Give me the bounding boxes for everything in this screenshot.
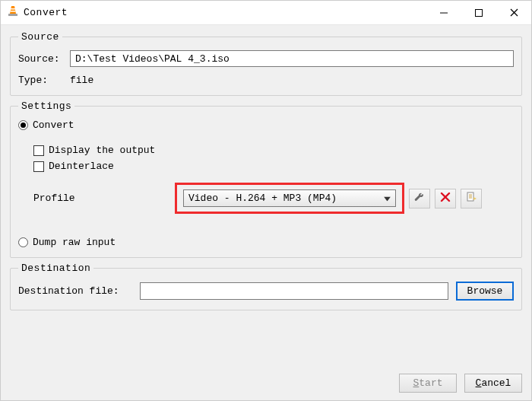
source-legend: Source (18, 31, 62, 43)
convert-radio-label: Convert (33, 119, 74, 131)
source-input[interactable] (70, 50, 514, 67)
minimize-button[interactable] (426, 2, 461, 24)
new-profile-button[interactable] (461, 189, 482, 208)
deinterlace-checkbox[interactable]: Deinterlace (33, 161, 514, 172)
titlebar: Convert (1, 1, 531, 25)
profile-value: Video - H.264 + MP3 (MP4) (188, 193, 337, 204)
start-button[interactable]: Start (399, 374, 457, 393)
settings-group: Settings Convert Display the output Dein… (10, 100, 522, 258)
dump-raw-radio[interactable]: Dump raw input (18, 237, 514, 248)
cancel-button-label: Cancel (476, 377, 511, 389)
type-label: Type: (18, 75, 64, 86)
browse-button-label: Browse (467, 285, 503, 297)
svg-marker-8 (384, 196, 391, 201)
destination-legend: Destination (18, 263, 93, 274)
destination-group: Destination Destination file: Browse (10, 263, 522, 310)
source-group: Source Source: Type: file (10, 31, 522, 96)
dump-raw-label: Dump raw input (33, 237, 116, 248)
display-output-label: Display the output (49, 145, 155, 156)
profile-highlight: Video - H.264 + MP3 (MP4) (175, 183, 404, 214)
svg-rect-3 (8, 14, 17, 16)
maximize-button[interactable] (461, 2, 496, 24)
convert-dialog: Convert Source Source: Type: file (0, 0, 532, 401)
wrench-icon (413, 191, 426, 206)
start-button-label: Start (413, 377, 442, 389)
svg-marker-13 (473, 197, 477, 200)
vlc-icon (7, 5, 19, 21)
svg-marker-0 (10, 6, 16, 14)
delete-profile-button[interactable] (435, 189, 456, 208)
profile-combobox[interactable]: Video - H.264 + MP3 (MP4) (183, 189, 396, 207)
edit-profile-button[interactable] (409, 189, 430, 208)
settings-legend: Settings (18, 100, 74, 112)
source-label: Source: (18, 53, 64, 65)
profile-label: Profile (18, 193, 170, 204)
close-button[interactable] (496, 2, 531, 24)
type-value: file (70, 75, 93, 86)
window-title: Convert (24, 7, 426, 18)
cancel-button[interactable]: Cancel (464, 374, 522, 393)
destination-input[interactable] (140, 282, 448, 300)
deinterlace-label: Deinterlace (49, 161, 114, 172)
display-output-checkbox[interactable]: Display the output (33, 145, 514, 156)
svg-rect-5 (476, 9, 483, 16)
x-icon (440, 192, 451, 205)
chevron-down-icon (384, 193, 391, 204)
destination-label: Destination file: (18, 285, 132, 297)
browse-button[interactable]: Browse (456, 282, 514, 301)
window-controls (426, 2, 531, 24)
dialog-footer: Start Cancel (1, 369, 531, 400)
new-doc-icon (465, 191, 477, 206)
convert-radio[interactable]: Convert (18, 119, 514, 131)
svg-rect-1 (11, 8, 15, 10)
svg-rect-2 (11, 11, 16, 12)
